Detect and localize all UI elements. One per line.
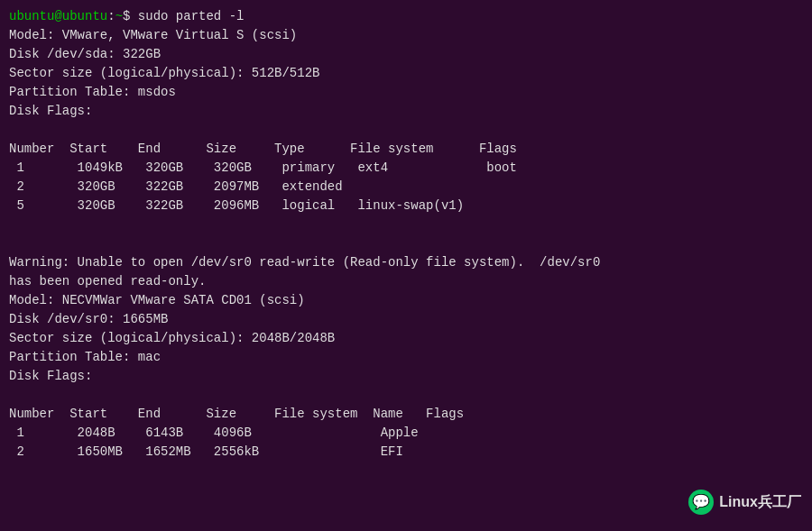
disk1-row1: 1 1049kB 320GB 320GB primary ext4 boot <box>9 159 803 178</box>
disk2-sector: Sector size (logical/physical): 2048B/20… <box>9 329 803 348</box>
disk2-path: Disk /dev/sr0: 1665MB <box>9 310 803 329</box>
watermark: 💬 Linux兵工厂 <box>688 490 801 515</box>
warning-line2: has been opened read-only. <box>9 272 803 291</box>
wechat-symbol: 💬 <box>692 493 710 511</box>
disk2-partition-table: Partition Table: mac <box>9 348 803 367</box>
prompt-user: ubuntu@ubuntu <box>9 9 107 23</box>
prompt-separator: : <box>107 9 115 23</box>
prompt-command: $ sudo parted -l <box>123 9 244 23</box>
disk2-flags: Disk Flags: <box>9 367 803 386</box>
prompt-path: ~ <box>115 9 123 23</box>
disk1-sector: Sector size (logical/physical): 512B/512… <box>9 64 803 83</box>
blank4 <box>9 386 803 405</box>
disk1-flags: Disk Flags: <box>9 102 803 121</box>
blank2 <box>9 215 803 234</box>
blank3 <box>9 234 803 253</box>
disk2-model: Model: NECVMWar VMware SATA CD01 (scsi) <box>9 291 803 310</box>
disk2-row1: 1 2048B 6143B 4096B Apple <box>9 424 803 443</box>
blank1 <box>9 121 803 140</box>
disk1-path: Disk /dev/sda: 322GB <box>9 45 803 64</box>
disk2-table-header: Number Start End Size File system Name F… <box>9 405 803 424</box>
disk1-model: Model: VMware, VMware Virtual S (scsi) <box>9 26 803 45</box>
terminal-window: ubuntu@ubuntu:~$ sudo parted -l Model: V… <box>0 0 812 531</box>
disk1-partition-table: Partition Table: msdos <box>9 83 803 102</box>
disk1-table-header: Number Start End Size Type File system F… <box>9 140 803 159</box>
wechat-icon: 💬 <box>688 490 714 515</box>
warning-line1: Warning: Unable to open /dev/sr0 read-wr… <box>9 253 803 272</box>
disk1-row3: 5 320GB 322GB 2096MB logical linux-swap(… <box>9 197 803 215</box>
watermark-text: Linux兵工厂 <box>719 493 801 512</box>
prompt-line: ubuntu@ubuntu:~$ sudo parted -l <box>9 7 803 26</box>
disk2-row2: 2 1650MB 1652MB 2556kB EFI <box>9 443 803 462</box>
disk1-row2: 2 320GB 322GB 2097MB extended <box>9 178 803 197</box>
